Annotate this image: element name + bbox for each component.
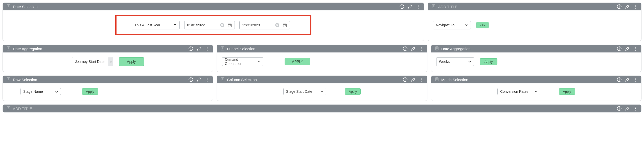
info-icon[interactable] xyxy=(617,4,622,9)
panel-title: Row Selection xyxy=(13,78,37,82)
date-range-preset-dropdown[interactable]: This & Last Year xyxy=(132,21,180,29)
journey-start-select[interactable]: Journey Start Date xyxy=(72,57,113,66)
clear-icon[interactable] xyxy=(275,23,280,27)
panel-title: ADD TITLE xyxy=(438,5,457,9)
dropdown-value: This & Last Year xyxy=(134,23,160,27)
caret-down-icon xyxy=(257,60,261,64)
panel-body: Journey Start Date Apply xyxy=(3,52,213,72)
more-icon[interactable] xyxy=(633,106,638,111)
button-label: Apply xyxy=(127,60,136,64)
select-value: Demand Generation xyxy=(225,58,255,66)
more-icon[interactable] xyxy=(419,46,424,51)
date-selection-panel: Date Selection This & Last Year 01/01/20… xyxy=(3,3,424,41)
edit-icon[interactable] xyxy=(411,77,416,82)
metric-selection-panel: Metric Selection Conversion Rates Apply xyxy=(431,76,641,101)
edit-icon[interactable] xyxy=(625,106,630,111)
panel-header: ADD TITLE xyxy=(428,3,641,10)
panel-body: Weeks Apply xyxy=(431,52,641,72)
panel-title: ADD TITLE xyxy=(13,106,32,111)
caret-down-icon xyxy=(108,57,113,66)
more-icon[interactable] xyxy=(205,46,209,51)
caret-down-icon xyxy=(320,89,324,94)
more-icon[interactable] xyxy=(633,46,638,51)
weeks-select[interactable]: Weeks xyxy=(436,57,474,66)
more-icon[interactable] xyxy=(633,4,638,9)
info-icon[interactable] xyxy=(403,77,407,82)
apply-button[interactable]: Apply xyxy=(480,58,498,65)
edit-icon[interactable] xyxy=(625,46,630,51)
metric-select[interactable]: Conversion Rates xyxy=(497,88,540,95)
apply-button[interactable]: Apply xyxy=(119,57,144,66)
date-aggregation-panel-1: Date Aggregation Journey Start Date Appl… xyxy=(3,45,213,72)
edit-icon[interactable] xyxy=(197,46,201,51)
panel-title: Column Selection xyxy=(227,78,257,82)
document-icon xyxy=(220,46,225,51)
go-button[interactable]: Go xyxy=(476,22,488,28)
apply-button[interactable]: Apply xyxy=(345,88,361,95)
edit-icon[interactable] xyxy=(408,4,412,9)
panel-header: Column Selection xyxy=(217,76,427,83)
apply-button[interactable]: Apply xyxy=(82,88,98,95)
info-icon[interactable] xyxy=(403,46,407,51)
info-icon[interactable] xyxy=(400,4,404,9)
select-value: Stage Name xyxy=(23,89,43,94)
panel-body: Navigate To Go xyxy=(428,10,641,41)
edit-icon[interactable] xyxy=(411,46,416,51)
more-icon[interactable] xyxy=(419,77,424,82)
panel-header: Date Aggregation xyxy=(3,45,213,52)
panel-header: ADD TITLE xyxy=(3,105,641,112)
apply-button[interactable]: APPLY xyxy=(285,58,310,65)
button-label: Apply xyxy=(563,90,571,94)
calendar-icon[interactable] xyxy=(283,23,287,27)
caret-down-icon xyxy=(534,89,538,94)
button-label: Go xyxy=(480,23,485,27)
clear-icon[interactable] xyxy=(220,23,224,27)
calendar-icon[interactable] xyxy=(227,23,232,27)
info-icon[interactable] xyxy=(189,77,193,82)
document-icon xyxy=(6,46,11,51)
column-select[interactable]: Stage Start Date xyxy=(283,88,326,95)
panel-body: Stage Name Apply xyxy=(3,83,213,101)
date-value: 12/31/2023 xyxy=(242,23,260,27)
panel-title: Funnel Selection xyxy=(227,47,255,51)
document-icon xyxy=(435,77,439,82)
select-value: Journey Start Date xyxy=(72,57,108,66)
info-icon[interactable] xyxy=(617,106,622,111)
edit-icon[interactable] xyxy=(625,4,630,9)
date-value: 01/01/2022 xyxy=(187,23,205,27)
panel-header: Row Selection xyxy=(3,76,213,83)
panel-body: This & Last Year 01/01/2022 12/31/2023 xyxy=(3,10,424,41)
row-select[interactable]: Stage Name xyxy=(20,88,61,95)
funnel-selection-panel: Funnel Selection Demand Generation APPLY xyxy=(217,45,427,72)
more-icon[interactable] xyxy=(416,4,420,9)
button-label: Apply xyxy=(485,60,493,64)
info-icon[interactable] xyxy=(617,77,622,82)
more-icon[interactable] xyxy=(633,77,638,82)
row-selection-panel: Row Selection Stage Name Apply xyxy=(3,76,213,101)
select-value: Navigate To xyxy=(436,23,454,27)
funnel-select[interactable]: Demand Generation xyxy=(222,57,263,66)
end-date-input[interactable]: 12/31/2023 xyxy=(239,21,290,29)
panel-header: Funnel Selection xyxy=(217,45,427,52)
document-icon xyxy=(6,106,11,111)
document-icon xyxy=(6,77,11,82)
document-icon xyxy=(220,77,225,82)
date-range-highlight: This & Last Year 01/01/2022 12/31/2023 xyxy=(115,15,311,35)
document-icon xyxy=(435,46,439,51)
info-icon[interactable] xyxy=(617,46,622,51)
edit-icon[interactable] xyxy=(625,77,630,82)
more-icon[interactable] xyxy=(205,77,209,82)
edit-icon[interactable] xyxy=(197,77,201,82)
navigate-select[interactable]: Navigate To xyxy=(433,21,471,29)
select-value: Weeks xyxy=(439,60,450,64)
button-label: APPLY xyxy=(292,60,303,64)
document-icon xyxy=(431,4,436,9)
column-selection-panel: Column Selection Stage Start Date Apply xyxy=(217,76,427,101)
start-date-input[interactable]: 01/01/2022 xyxy=(184,21,235,29)
caret-down-icon xyxy=(465,23,468,27)
apply-button[interactable]: Apply xyxy=(559,88,575,95)
button-label: Apply xyxy=(86,90,94,94)
select-value: Conversion Rates xyxy=(500,89,528,94)
info-icon[interactable] xyxy=(189,46,193,51)
panel-title: Metric Selection xyxy=(441,78,468,82)
